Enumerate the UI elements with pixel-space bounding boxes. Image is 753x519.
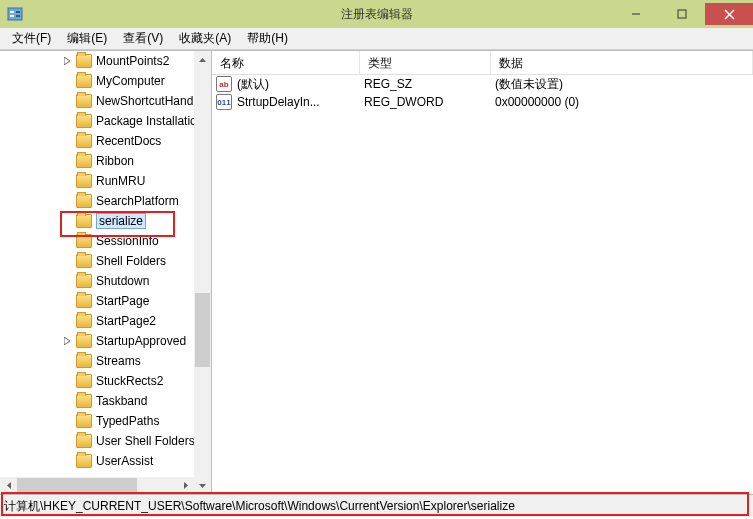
cell-name: StrtupDelayIn... <box>237 95 364 109</box>
folder-icon <box>76 374 92 388</box>
scroll-right-icon[interactable] <box>177 477 194 494</box>
tree-content[interactable]: MountPoints2MyComputerNewShortcutHandler… <box>0 51 195 471</box>
folder-icon <box>76 134 92 148</box>
no-expand-icon <box>62 135 74 147</box>
menu-view[interactable]: 查看(V) <box>115 27 171 50</box>
titlebar: 注册表编辑器 <box>0 0 753 28</box>
list-rows: ab(默认)REG_SZ(数值未设置)011StrtupDelayIn...RE… <box>212 75 753 111</box>
tree-vscroll-thumb[interactable] <box>195 293 210 367</box>
column-data[interactable]: 数据 <box>491 51 753 74</box>
folder-icon <box>76 154 92 168</box>
list-header: 名称 类型 数据 <box>212 51 753 75</box>
tree-item-label: RunMRU <box>96 174 145 188</box>
maximize-button[interactable] <box>659 3 705 25</box>
tree-item-label: MyComputer <box>96 74 165 88</box>
no-expand-icon <box>62 315 74 327</box>
menu-edit[interactable]: 编辑(E) <box>59 27 115 50</box>
folder-icon <box>76 254 92 268</box>
tree-item[interactable]: TypedPaths <box>0 411 195 431</box>
expand-icon[interactable] <box>62 335 74 347</box>
no-expand-icon <box>62 355 74 367</box>
scroll-down-icon[interactable] <box>194 477 211 494</box>
tree-item[interactable]: RecentDocs <box>0 131 195 151</box>
tree-item[interactable]: Taskband <box>0 391 195 411</box>
folder-icon <box>76 314 92 328</box>
tree-hscroll-thumb[interactable] <box>17 478 137 493</box>
tree-hscrollbar[interactable] <box>0 477 194 494</box>
regedit-icon <box>7 6 23 22</box>
svg-rect-0 <box>8 8 22 20</box>
svg-marker-13 <box>7 482 11 489</box>
cell-data: (数值未设置) <box>495 76 753 93</box>
tree-item[interactable]: UserAssist <box>0 451 195 471</box>
menu-file[interactable]: 文件(F) <box>4 27 59 50</box>
tree-item[interactable]: StuckRects2 <box>0 371 195 391</box>
tree-item[interactable]: StartPage2 <box>0 311 195 331</box>
no-expand-icon <box>62 155 74 167</box>
close-icon <box>724 9 735 20</box>
tree-item[interactable]: NewShortcutHandlers <box>0 91 195 111</box>
tree-item[interactable]: StartupApproved <box>0 331 195 351</box>
svg-marker-14 <box>184 482 188 489</box>
tree-item[interactable]: MyComputer <box>0 71 195 91</box>
svg-marker-10 <box>64 337 70 345</box>
tree-item[interactable]: serialize <box>0 211 195 231</box>
tree-item[interactable]: Package Installation <box>0 111 195 131</box>
tree-vscrollbar[interactable] <box>194 51 211 494</box>
tree-item[interactable]: Shutdown <box>0 271 195 291</box>
close-button[interactable] <box>705 3 753 25</box>
tree-item[interactable]: Ribbon <box>0 151 195 171</box>
menu-help[interactable]: 帮助(H) <box>239 27 296 50</box>
tree-item[interactable]: RunMRU <box>0 171 195 191</box>
scroll-up-icon[interactable] <box>194 51 211 68</box>
tree-item[interactable]: Shell Folders <box>0 251 195 271</box>
expand-icon[interactable] <box>62 55 74 67</box>
folder-icon <box>76 354 92 368</box>
tree-item[interactable]: Streams <box>0 351 195 371</box>
folder-icon <box>76 414 92 428</box>
dword-value-icon: 011 <box>216 94 232 110</box>
tree-hscroll-track[interactable] <box>17 477 177 494</box>
scroll-left-icon[interactable] <box>0 477 17 494</box>
svg-rect-3 <box>16 11 20 13</box>
tree-item-label: UserAssist <box>96 454 153 468</box>
folder-icon <box>76 334 92 348</box>
menu-favorites[interactable]: 收藏夹(A) <box>171 27 239 50</box>
column-type[interactable]: 类型 <box>360 51 491 74</box>
tree-item-label: MountPoints2 <box>96 54 169 68</box>
tree-item-label: Shell Folders <box>96 254 166 268</box>
tree-item-label: StartPage2 <box>96 314 156 328</box>
no-expand-icon <box>62 435 74 447</box>
no-expand-icon <box>62 395 74 407</box>
tree-item[interactable]: StartPage <box>0 291 195 311</box>
svg-rect-2 <box>10 15 14 17</box>
list-row[interactable]: 011StrtupDelayIn...REG_DWORD0x00000000 (… <box>212 93 753 111</box>
tree-item-label: StuckRects2 <box>96 374 163 388</box>
tree-item-label: Package Installation <box>96 114 203 128</box>
tree-vscroll-track[interactable] <box>194 68 211 477</box>
tree-item-label: User Shell Folders <box>96 434 195 448</box>
column-name[interactable]: 名称 <box>212 51 360 74</box>
cell-type: REG_DWORD <box>364 95 495 109</box>
tree-item-label: SearchPlatform <box>96 194 179 208</box>
svg-marker-11 <box>199 58 206 62</box>
tree-item[interactable]: User Shell Folders <box>0 431 195 451</box>
list-row[interactable]: ab(默认)REG_SZ(数值未设置) <box>212 75 753 93</box>
no-expand-icon <box>62 415 74 427</box>
no-expand-icon <box>62 95 74 107</box>
no-expand-icon <box>62 455 74 467</box>
no-expand-icon <box>62 215 74 227</box>
svg-rect-1 <box>10 11 14 13</box>
no-expand-icon <box>62 255 74 267</box>
cell-type: REG_SZ <box>364 77 495 91</box>
tree-item[interactable]: MountPoints2 <box>0 51 195 71</box>
minimize-button[interactable] <box>613 3 659 25</box>
window-controls <box>613 3 753 25</box>
no-expand-icon <box>62 375 74 387</box>
tree-item[interactable]: SearchPlatform <box>0 191 195 211</box>
tree-item[interactable]: SessionInfo <box>0 231 195 251</box>
folder-icon <box>76 394 92 408</box>
tree-item-label: SessionInfo <box>96 234 159 248</box>
cell-name: (默认) <box>237 76 364 93</box>
minimize-icon <box>631 9 641 19</box>
